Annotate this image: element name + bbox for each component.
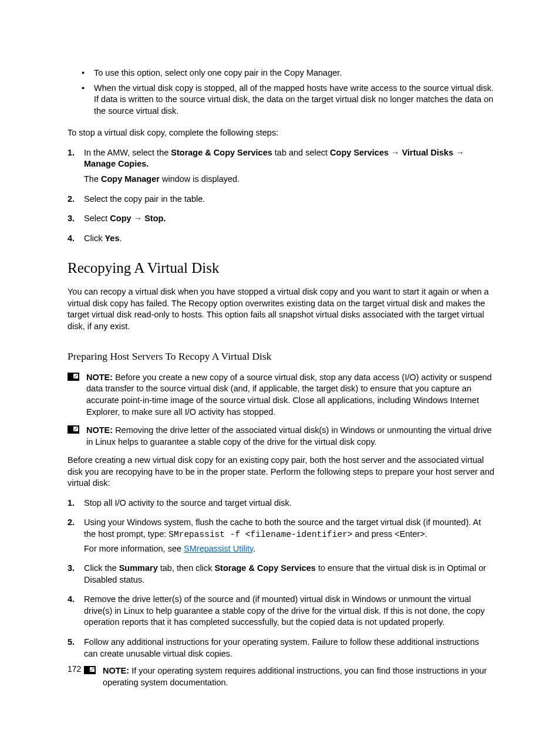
bold-text: Copy Services (330, 148, 389, 157)
note-body: If your operating system requires additi… (103, 666, 487, 687)
code-text: SMrepassist -f <filename-identifier> (168, 530, 352, 539)
bullet-item: To use this option, select only one copy… (68, 67, 494, 79)
text: . (253, 544, 255, 553)
note-block: NOTE: If your operating system requires … (84, 665, 494, 688)
bold-text: Copy Manager (101, 174, 160, 184)
bold-text: Storage & Copy Services (171, 148, 272, 157)
bold-text: Manage Copies. (84, 159, 149, 168)
text: For more information, see (84, 544, 184, 553)
paragraph: To stop a virtual disk copy, complete th… (68, 127, 494, 139)
bold-text: Copy (110, 214, 131, 223)
step-item: Follow any additional instructions for y… (68, 637, 494, 688)
step-item: Select the copy pair in the table. (68, 194, 494, 205)
step-item: Stop all I/O activity to the source and … (68, 498, 494, 509)
step-item: In the AMW, select the Storage & Copy Se… (68, 147, 494, 185)
heading-1: Recopying A Virtual Disk (68, 258, 494, 278)
arrow-icon: → (453, 148, 464, 157)
note-label: NOTE: (86, 425, 115, 435)
note-body: Removing the drive letter of the associa… (86, 425, 492, 447)
note-icon (68, 425, 79, 434)
arrow-icon: → (131, 214, 145, 223)
text: Click (84, 234, 104, 243)
note-icon (84, 666, 96, 674)
ordered-steps: In the AMW, select the Storage & Copy Se… (68, 147, 494, 244)
text: and press <Enter>. (353, 529, 427, 539)
text: In the AMW, select the (84, 148, 171, 157)
page-number: 172 (68, 664, 81, 675)
heading-2: Preparing Host Servers To Recopy A Virtu… (68, 350, 494, 364)
text: Follow any additional instructions for y… (84, 637, 479, 658)
smrepassist-utility-link[interactable]: SMrepassist Utility (184, 544, 253, 553)
arrow-icon: → (389, 148, 402, 157)
ordered-steps: Stop all I/O activity to the source and … (68, 498, 494, 688)
text: Select (84, 214, 110, 223)
text: The (84, 174, 101, 184)
paragraph: You can recopy a virtual disk when you h… (68, 286, 494, 332)
text: window is displayed. (160, 174, 239, 184)
paragraph: Before creating a new virtual disk copy … (68, 455, 494, 489)
document-page: To use this option, select only one copy… (0, 0, 560, 744)
bold-text: Storage & Copy Services (214, 563, 315, 573)
bold-text: Stop. (144, 214, 166, 223)
step-item: Remove the drive letter(s) of the source… (68, 594, 494, 628)
note-label: NOTE: (103, 666, 131, 675)
bold-text: Virtual Disks (402, 148, 454, 157)
text: tab and select (272, 148, 330, 157)
bold-text: Yes (104, 234, 119, 243)
note-body: Before you create a new copy of a source… (86, 373, 492, 417)
step-item: Click the Summary tab, then click Storag… (68, 563, 494, 586)
note-block: NOTE: Removing the drive letter of the a… (68, 425, 494, 448)
step-item: Select Copy → Stop. (68, 213, 494, 225)
text: Click the (84, 563, 119, 573)
note-icon (68, 373, 79, 381)
text: tab, then click (158, 563, 215, 573)
bold-text: Summary (119, 563, 158, 573)
note-block: NOTE: Before you create a new copy of a … (68, 372, 494, 418)
step-item: Using your Windows system, flush the cac… (68, 517, 494, 554)
step-item: Click Yes. (68, 233, 494, 245)
bullet-list: To use this option, select only one copy… (68, 67, 494, 117)
bullet-item: When the virtual disk copy is stopped, a… (68, 83, 494, 117)
note-label: NOTE: (86, 373, 115, 382)
